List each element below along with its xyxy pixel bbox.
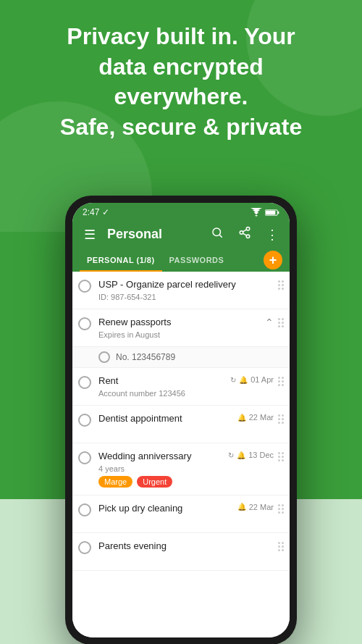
item-date: 22 Mar [249, 503, 274, 511]
list-item: Parents evening [72, 533, 290, 571]
checkbox[interactable] [78, 451, 91, 464]
item-title: Parents evening [98, 540, 274, 553]
chevron-up-icon[interactable]: ⌃ [265, 317, 274, 328]
svg-rect-6 [266, 210, 275, 214]
list-item: Renew passports Expires in August ⌃ [72, 309, 290, 347]
item-tags: Marge Urgent [78, 476, 172, 488]
item-title: Renew passports [98, 317, 265, 329]
svg-point-9 [246, 227, 250, 231]
item-date: 22 Mar [249, 413, 274, 422]
item-meta: ↻ 🔔 13 Dec [228, 451, 274, 459]
svg-marker-1 [255, 215, 258, 217]
tab-bar: PERSONAL (1/8) PASSWORDS + [72, 248, 290, 272]
app-bar: ☰ Personal ⋮ [72, 220, 290, 248]
item-content: Renew passports Expires in August [98, 317, 265, 339]
item-title: Wedding anniverssary [98, 451, 228, 463]
tag-marge[interactable]: Marge [98, 476, 132, 488]
item-title: Rent [98, 375, 230, 388]
item-content: Parents evening [98, 540, 274, 553]
item-title: Dentist appointment [98, 413, 237, 425]
svg-line-8 [219, 235, 222, 237]
phone-outer: 2:47 ✓ [65, 196, 297, 644]
checkbox[interactable] [78, 414, 91, 427]
drag-handle[interactable] [278, 503, 284, 514]
drag-handle[interactable] [278, 540, 284, 551]
headline-text: Privacy built in. Your data encrypted ev… [0, 22, 362, 142]
svg-line-13 [243, 230, 246, 232]
svg-point-11 [246, 235, 250, 238]
repeat-icon: ↻ [228, 451, 234, 459]
item-subtitle: Account number 123456 [98, 389, 230, 398]
list-item: Wedding anniverssary 4 years ↻ 🔔 13 Dec [72, 443, 290, 495]
svg-point-10 [240, 231, 243, 235]
sub-list-item: No. 123456789 [72, 347, 290, 368]
task-list: USP - Organize parcel redelivery ID: 987… [72, 272, 290, 637]
check-icon: ✓ [102, 207, 109, 217]
bell-icon: 🔔 [237, 451, 245, 459]
item-content: Wedding anniverssary 4 years [98, 451, 228, 473]
svg-rect-5 [277, 211, 279, 213]
drag-handle[interactable] [278, 317, 284, 327]
app-title: Personal [107, 227, 200, 242]
item-content: Dentist appointment [98, 413, 237, 425]
status-icons [251, 208, 279, 217]
status-time: 2:47 ✓ [83, 207, 109, 217]
checkbox[interactable] [78, 317, 91, 330]
svg-marker-3 [251, 208, 262, 211]
tab-personal[interactable]: PERSONAL (1/8) [80, 248, 162, 272]
item-title: Pick up dry cleaning [98, 503, 237, 515]
search-icon[interactable] [207, 226, 227, 243]
drag-handle[interactable] [278, 375, 284, 386]
phone-mockup: 2:47 ✓ [65, 196, 297, 644]
checkbox[interactable] [78, 280, 91, 293]
drag-handle[interactable] [278, 279, 284, 290]
item-meta: 🔔 22 Mar [237, 503, 274, 511]
battery-icon [265, 209, 279, 217]
item-content: Pick up dry cleaning [98, 503, 237, 515]
item-content: Rent Account number 123456 [98, 375, 230, 398]
item-content: USP - Organize parcel redelivery ID: 987… [98, 279, 274, 301]
tag-urgent[interactable]: Urgent [137, 476, 172, 488]
add-item-button[interactable]: + [264, 251, 282, 269]
sub-item-label: No. 123456789 [116, 352, 175, 362]
item-date: 13 Dec [248, 451, 274, 459]
item-meta: 🔔 22 Mar [237, 413, 274, 422]
svg-line-12 [243, 233, 246, 235]
item-subtitle: ID: 987-654-321 [98, 293, 274, 301]
item-meta: ↻ 🔔 01 Apr [230, 375, 274, 384]
checkbox[interactable] [78, 503, 91, 517]
list-item: USP - Organize parcel redelivery ID: 987… [72, 272, 290, 309]
share-icon[interactable] [235, 226, 255, 243]
list-item: Rent Account number 123456 ↻ 🔔 01 Apr [72, 368, 290, 406]
item-date: 01 Apr [251, 375, 274, 384]
list-item: Dentist appointment 🔔 22 Mar [72, 406, 290, 443]
checkbox[interactable] [78, 541, 91, 554]
sub-checkbox[interactable] [98, 351, 110, 363]
bell-icon: 🔔 [237, 503, 246, 511]
tab-passwords[interactable]: PASSWORDS [162, 248, 232, 272]
phone-screen: 2:47 ✓ [72, 203, 290, 637]
drag-handle[interactable] [278, 413, 284, 424]
svg-point-7 [213, 228, 221, 236]
bell-icon: 🔔 [239, 376, 248, 384]
item-subtitle: 4 years [98, 464, 228, 473]
menu-icon[interactable]: ☰ [80, 227, 100, 243]
bell-icon: 🔔 [237, 414, 246, 422]
list-item: Pick up dry cleaning 🔔 22 Mar [72, 495, 290, 533]
wifi-icon [251, 208, 262, 217]
repeat-icon: ↻ [230, 376, 236, 384]
checkbox[interactable] [78, 376, 91, 389]
item-subtitle: Expires in August [98, 330, 265, 339]
item-title: USP - Organize parcel redelivery [98, 279, 274, 291]
status-bar: 2:47 ✓ [72, 203, 290, 220]
more-icon[interactable]: ⋮ [262, 227, 282, 243]
drag-handle[interactable] [278, 451, 284, 461]
